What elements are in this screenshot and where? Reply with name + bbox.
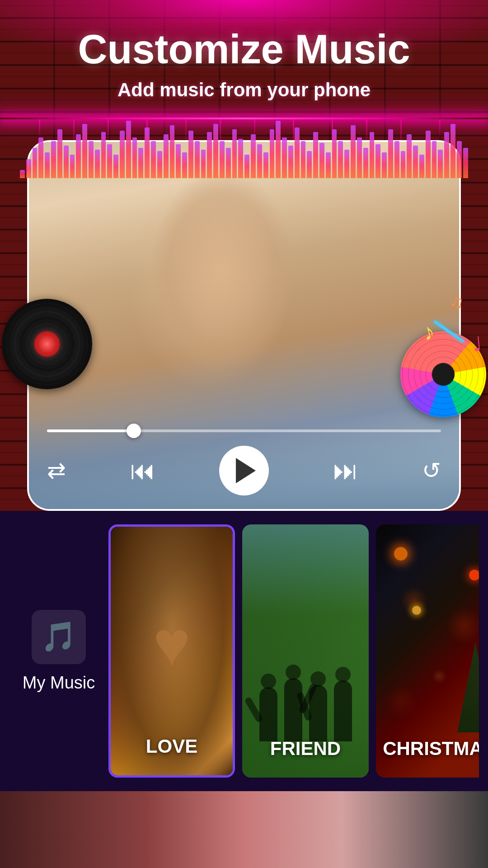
vinyl-left [2,299,92,389]
progress-area [47,429,441,432]
category-tiles: ♥ LOVE [108,524,479,778]
category-tile-love[interactable]: ♥ LOVE [108,524,235,778]
christmas-label: CHRISTMAS [376,738,479,760]
friend-label: FRIEND [242,738,369,760]
top-section: Customize Music Add music from your phon… [0,0,488,511]
app-container: Customize Music Add music from your phon… [0,0,488,868]
music-file-icon: 🎵 [41,620,77,654]
bottom-preview [0,791,488,868]
vinyl-center-colorful [432,363,455,386]
vinyl-right [400,331,486,417]
prev-button[interactable]: ⏮ [130,458,155,483]
category-tile-friend[interactable]: FRIEND [242,524,369,778]
vinyl-disc-left [2,299,92,389]
progress-thumb[interactable] [127,424,141,438]
vinyl-disc-colorful [400,331,486,417]
my-music-label: My Music [23,673,95,693]
category-tile-christmas[interactable]: CHRISTMAS [376,524,479,778]
preview-image [0,791,488,868]
play-icon [236,458,256,483]
controls-area: ⇄ ⏮ ⏭ ↺ [47,446,441,495]
main-title: Customize Music [0,27,488,72]
subtitle: Add music from your phone [0,79,488,101]
neon-line [0,118,488,119]
phone-inner: ⇄ ⏮ ⏭ ↺ [29,142,459,509]
phone-frame: ⇄ ⏮ ⏭ ↺ [27,140,461,511]
progress-track[interactable] [47,429,441,432]
progress-fill [47,429,134,432]
vinyl-center-left [34,331,60,357]
love-label: LOVE [111,736,233,757]
my-music-item[interactable]: 🎵 My Music [9,601,108,702]
play-button[interactable] [219,446,269,495]
bottom-dark-strip: 🎵 My Music ♥ LOVE [0,511,488,791]
repeat-button[interactable]: ↺ [422,459,441,482]
shuffle-button[interactable]: ⇄ [47,459,66,482]
next-button[interactable]: ⏭ [333,458,358,483]
title-area: Customize Music Add music from your phon… [0,0,488,101]
bottom-section: 🎵 My Music ♥ LOVE [0,511,488,868]
my-music-icon-box: 🎵 [32,610,86,664]
